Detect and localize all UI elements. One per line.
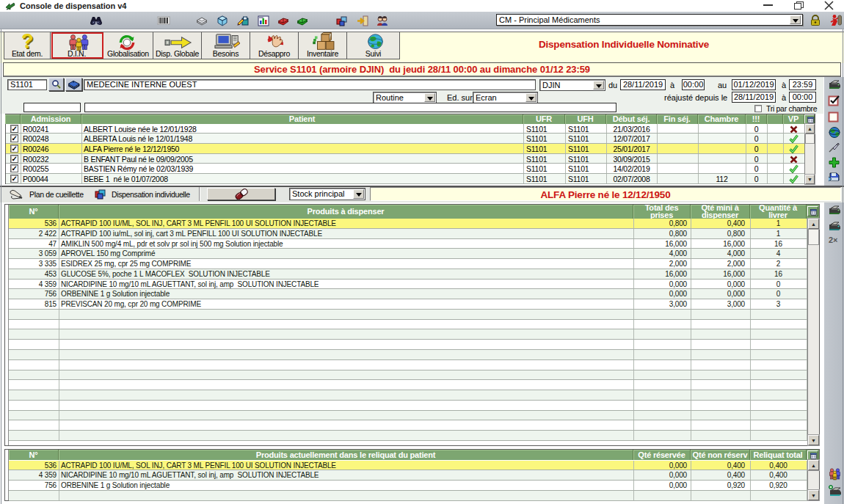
svg-text:2×: 2×	[829, 235, 838, 244]
